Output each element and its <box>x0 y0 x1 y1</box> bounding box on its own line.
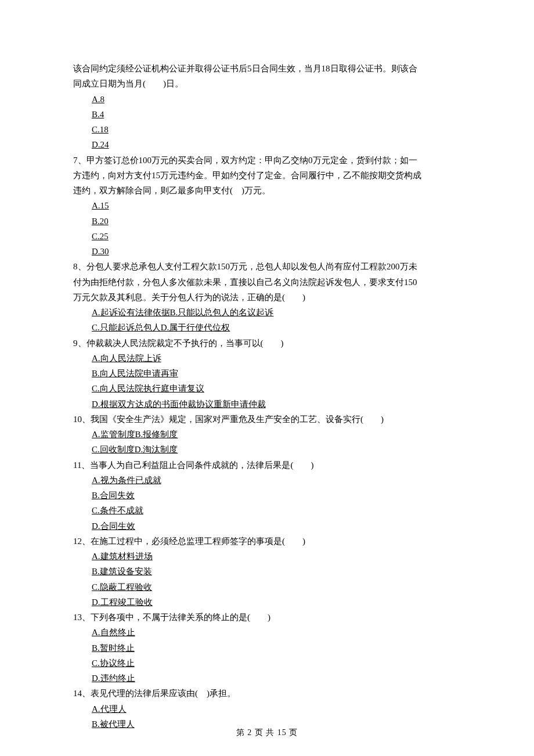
q6-line2: 同成立日期为当月( )日。 <box>73 76 461 91</box>
q7-opt-b: B.20 <box>73 214 461 229</box>
q7-opt-a: A.15 <box>73 198 461 213</box>
q10-opt-ab: A.监管制度B.报修制度 <box>73 427 461 442</box>
q11-opt-b: B.合同失效 <box>73 488 461 503</box>
q12-opt-b: B.建筑设备安装 <box>73 564 461 579</box>
q7-line3: 违约，双方解除合同，则乙最多向甲支付( )万元。 <box>73 183 461 198</box>
q6-line1: 该合同约定须经公证机构公证并取得公证书后5日合同生效，当月18日取得公证书。则该… <box>73 61 461 76</box>
q12-opt-a: A.建筑材料进场 <box>73 549 461 564</box>
q13-opt-b: B.暂时终止 <box>73 640 461 656</box>
q11-opt-a: A.视为条件已成就 <box>73 473 461 488</box>
q7-opt-d: D.30 <box>73 244 461 259</box>
page: 该合同约定须经公证机构公证并取得公证书后5日合同生效，当月18日取得公证书。则该… <box>0 0 534 756</box>
q12-opt-c: C.隐蔽工程验收 <box>73 579 461 595</box>
q8-line1: 8、分包人要求总承包人支付工程欠款150万元，总包人却以发包人尚有应付工程款20… <box>73 259 461 274</box>
q9-opt-b: B.向人民法院申请再审 <box>73 366 461 381</box>
q12-stem: 12、在施工过程中，必须经总监理工程师签字的事项是( ) <box>73 534 461 549</box>
q9-opt-c: C.向人民法院执行庭申请复议 <box>73 381 461 396</box>
q13-stem: 13、下列各项中，不属于法律关系的终止的是( ) <box>73 610 461 625</box>
q11-opt-d: D.合同生效 <box>73 519 461 534</box>
q13-opt-a: A.自然终止 <box>73 625 461 640</box>
q8-opt-ab: A.起诉讼有法律依据B.只能以总包人的名议起诉 <box>73 305 461 320</box>
q7-line1: 7、甲方签订总价100万元的买卖合同，双方约定：甲向乙交纳0万元定金，货到付款；… <box>73 153 461 168</box>
q8-line2: 付为由拒绝付款，分包人多次催款未果，直接以自己名义向法院起诉发包人，要求支付15… <box>73 275 461 290</box>
q10-opt-cd: C.回收制度D.淘汰制度 <box>73 442 461 457</box>
q9-stem: 9、仲裁裁决人民法院裁定不予执行的，当事可以( ) <box>73 336 461 351</box>
q7-line2: 方违约，向对方支付15万元违约金。甲如约交付了定金。合同履行中，乙不能按期交货构… <box>73 168 461 183</box>
q13-opt-d: D.违约终止 <box>73 671 461 686</box>
q6-opt-a: A.8 <box>73 92 461 107</box>
q14-opt-a: A.代理人 <box>73 701 461 717</box>
q6-opt-d: D.24 <box>73 137 461 152</box>
page-number: 第 2 页 共 15 页 <box>0 726 534 740</box>
q8-line3: 万元欠款及其利息。关于分包人行为的说法，正确的是( ) <box>73 290 461 305</box>
q6-opt-c: C.18 <box>73 122 461 137</box>
q14-stem: 14、表见代理的法律后果应该由( )承担。 <box>73 686 461 701</box>
q11-opt-c: C.条件不成就 <box>73 503 461 518</box>
q9-opt-d: D.根据双方达成的书面仲裁协议重新申请仲裁 <box>73 397 461 412</box>
q12-opt-d: D.工程竣工验收 <box>73 595 461 610</box>
q9-opt-a: A.向人民法院上诉 <box>73 351 461 366</box>
q11-stem: 11、当事人为自己利益阻止合同条件成就的，法律后果是( ) <box>73 458 461 473</box>
q10-stem: 10、我国《安全生产法》规定，国家对严重危及生产安全的工艺、设备实行( ) <box>73 412 461 427</box>
q6-opt-b: B.4 <box>73 107 461 122</box>
q13-opt-c: C.协议终止 <box>73 656 461 671</box>
q7-opt-c: C.25 <box>73 229 461 244</box>
q8-opt-cd: C.只能起诉总包人D.属于行使代位权 <box>73 320 461 335</box>
